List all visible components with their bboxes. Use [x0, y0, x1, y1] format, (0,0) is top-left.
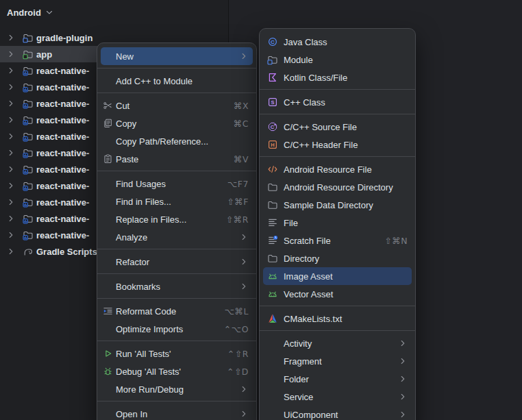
menu-item-add-c-to-module[interactable]: Add C++ to Module [101, 72, 253, 90]
scratch-file-icon [267, 235, 278, 246]
menu-item-reformat-code[interactable]: Reformat Code⌥⌘L [101, 302, 253, 320]
menu-separator [97, 298, 256, 299]
menu-shortcut: ⌘C [234, 119, 249, 129]
menu-item-copy-path-reference[interactable]: Copy Path/Reference... [101, 132, 253, 150]
chevron-right-icon[interactable] [5, 82, 16, 92]
menu-item-kotlin-class-file[interactable]: Kotlin Class/File [263, 69, 412, 86]
menu-item-open-in[interactable]: Open In [101, 405, 253, 420]
menu-item-find-in-files[interactable]: Find in Files...⇧⌘F [101, 193, 253, 210]
chevron-right-icon[interactable] [5, 213, 16, 224]
run-icon [103, 348, 113, 359]
menu-item-android-resource-directory[interactable]: Android Resource Directory [263, 178, 412, 196]
chevron-right-icon[interactable] [5, 98, 16, 109]
menu-item-module[interactable]: Module [263, 51, 412, 69]
project-view-selector[interactable]: Android [7, 4, 54, 21]
menu-item-c-c-header-file[interactable]: HC/C++ Header File [263, 136, 412, 153]
menu-item-sample-data-directory[interactable]: Sample Data Directory [263, 196, 412, 214]
tree-item-label: react-native- [36, 99, 89, 109]
svg-text:S: S [271, 99, 274, 106]
chevron-right-icon[interactable] [5, 230, 16, 240]
svg-text:C: C [271, 39, 275, 45]
menu-item-scratch-file[interactable]: Scratch File⇧⌘N [263, 232, 412, 249]
folder-icon [267, 199, 278, 210]
icon-placeholder [103, 323, 113, 334]
menu-item-label: Vector Asset [284, 289, 333, 299]
menu-item-label: Activity [284, 338, 312, 349]
chevron-right-icon [398, 392, 408, 402]
menu-item-label: Analyze [116, 232, 147, 243]
debug-icon [103, 366, 113, 377]
menu-shortcut: ⌘V [234, 154, 249, 164]
menu-item-cmakelists-txt[interactable]: CMakeLists.txt [263, 310, 412, 328]
menu-item-vector-asset[interactable]: Vector Asset [263, 285, 412, 303]
icon-placeholder [267, 391, 278, 402]
menu-item-bookmarks[interactable]: Bookmarks [101, 277, 253, 295]
chevron-right-icon[interactable] [5, 246, 16, 257]
cpp-class-icon: S [267, 97, 278, 108]
android-resource-icon [267, 164, 278, 175]
chevron-right-icon[interactable] [5, 197, 16, 208]
menu-item-uicomponent[interactable]: UiComponent [263, 406, 412, 420]
chevron-right-icon[interactable] [5, 65, 16, 76]
menu-item-run-all-tests[interactable]: Run 'All Tests'⌃⇧R [101, 345, 253, 362]
menu-separator [97, 401, 256, 402]
reformat-icon [103, 306, 113, 317]
menu-item-refactor[interactable]: Refactor [101, 253, 253, 271]
icon-placeholder [267, 356, 278, 367]
menu-item-fragment[interactable]: Fragment [263, 352, 412, 370]
icon-placeholder [103, 214, 113, 225]
menu-item-label: Kotlin Class/File [284, 73, 347, 83]
chevron-right-icon[interactable] [5, 131, 16, 142]
menu-item-c-class[interactable]: SC++ Class [263, 93, 412, 111]
menu-item-replace-in-files[interactable]: Replace in Files...⇧⌘R [101, 210, 253, 228]
chevron-right-icon[interactable] [5, 164, 16, 175]
menu-item-label: Service [284, 392, 313, 402]
menu-item-analyze[interactable]: Analyze [101, 228, 253, 246]
library-folder-icon [23, 65, 34, 76]
menu-item-copy[interactable]: Copy⌘C [101, 114, 253, 132]
chevron-right-icon [239, 282, 249, 291]
kotlin-icon [267, 72, 278, 83]
menu-item-more-run-debug[interactable]: More Run/Debug [101, 380, 253, 398]
menu-item-java-class[interactable]: CJava Class [263, 33, 412, 51]
menu-item-label: Run 'All Tests' [116, 349, 171, 359]
menu-shortcut: ⇧⌘R [226, 214, 249, 225]
menu-item-label: UiComponent [284, 410, 338, 420]
menu-item-optimize-imports[interactable]: Optimize Imports⌃⌥O [101, 320, 253, 338]
menu-item-image-asset[interactable]: Image Asset [263, 267, 412, 285]
tree-item-label: react-native- [36, 148, 89, 158]
library-folder-icon [23, 213, 34, 224]
menu-shortcut: ⌥F7 [227, 179, 249, 189]
chevron-right-icon[interactable] [5, 49, 16, 60]
chevron-right-icon [398, 374, 408, 384]
menu-shortcut: ⌥⌘L [225, 306, 249, 317]
menu-item-directory[interactable]: Directory [263, 249, 412, 267]
library-folder-icon [23, 180, 34, 191]
menu-item-file[interactable]: File [263, 214, 412, 232]
chevron-right-icon[interactable] [5, 114, 16, 125]
menu-separator [260, 306, 415, 306]
chevron-right-icon[interactable] [5, 147, 16, 158]
menu-item-android-resource-file[interactable]: Android Resource File [263, 160, 412, 178]
tree-item-label: react-native- [36, 214, 89, 224]
menu-item-label: File [284, 218, 298, 228]
menu-item-new[interactable]: New [101, 47, 253, 65]
file-icon [267, 217, 278, 228]
menu-item-folder[interactable]: Folder [263, 370, 412, 388]
menu-item-service[interactable]: Service [263, 388, 412, 406]
menu-item-label: C/C++ Source File [284, 122, 357, 132]
menu-item-paste[interactable]: Paste⌘V [101, 150, 253, 168]
paste-icon [103, 153, 113, 164]
menu-item-activity[interactable]: Activity [263, 334, 412, 352]
menu-item-cut[interactable]: Cut⌘X [101, 97, 253, 114]
chevron-right-icon[interactable] [5, 32, 16, 43]
scissors-icon [103, 100, 113, 111]
menu-item-find-usages[interactable]: Find Usages⌥F7 [101, 175, 253, 193]
tree-item-label: react-native- [36, 197, 89, 208]
tree-item-label: react-native- [36, 115, 89, 125]
menu-item-label: Optimize Imports [116, 324, 183, 334]
chevron-right-icon[interactable] [5, 180, 16, 191]
menu-item-debug-all-tests[interactable]: Debug 'All Tests'⌃⇧D [101, 362, 253, 380]
menu-item-c-c-source-file[interactable]: CC/C++ Source File [263, 118, 412, 136]
cmake-icon [267, 313, 278, 324]
